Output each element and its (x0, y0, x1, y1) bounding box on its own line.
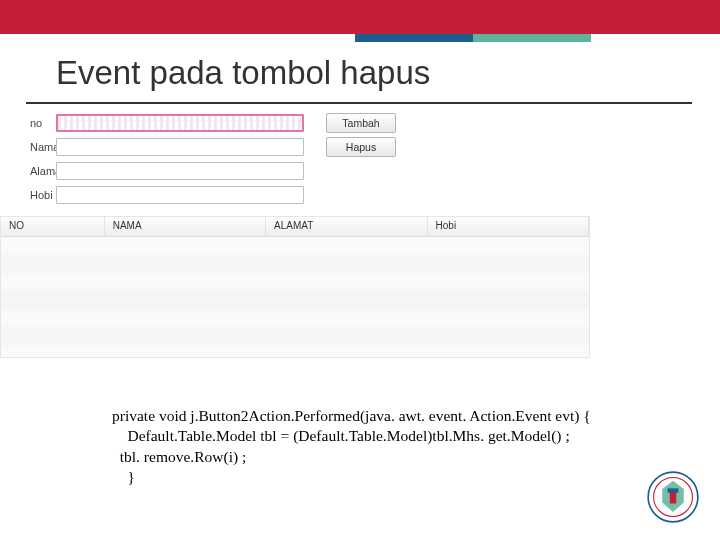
hapus-button[interactable]: Hapus (326, 137, 396, 157)
input-nama[interactable] (56, 138, 304, 156)
th-hobi: Hobi (428, 217, 589, 236)
table: NO NAMA ALAMAT Hobi (0, 216, 590, 358)
input-hobi[interactable] (56, 186, 304, 204)
form-row: Nama Hapus (0, 136, 590, 158)
header-red-bar (0, 0, 720, 34)
th-nama: NAMA (105, 217, 266, 236)
th-no: NO (1, 217, 105, 236)
form-row: Hobi (0, 184, 590, 206)
page-title: Event pada tombol hapus (26, 42, 692, 104)
label-no: no (0, 117, 56, 129)
svg-rect-2 (670, 492, 676, 504)
label-hobi: Hobi (0, 189, 56, 201)
tambah-button[interactable]: Tambah (326, 113, 396, 133)
form-row: Alamat (0, 160, 590, 182)
header-accent (355, 34, 720, 42)
table-header-row: NO NAMA ALAMAT Hobi (1, 217, 589, 237)
form-row: no Tambah (0, 112, 590, 134)
code-snippet: private void j.Button2Action.Performed(j… (112, 406, 591, 488)
form-screenshot: no Tambah Nama Hapus Alamat Hobi NO NAMA… (0, 112, 590, 358)
th-alamat: ALAMAT (266, 217, 427, 236)
label-alamat: Alamat (0, 165, 56, 177)
table-body (1, 237, 589, 357)
university-logo-icon (646, 470, 700, 524)
input-alamat[interactable] (56, 162, 304, 180)
label-nama: Nama (0, 141, 56, 153)
svg-rect-3 (668, 488, 679, 492)
input-no[interactable] (56, 114, 304, 132)
